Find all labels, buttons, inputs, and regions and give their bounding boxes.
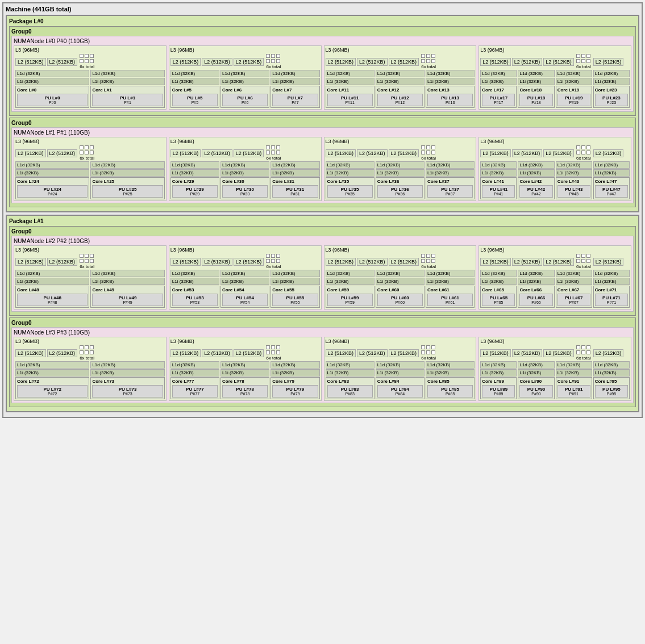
machine-title: Machine (441GB total) — [6, 6, 639, 12]
group-0-0: Group0 NUMANode L#0 P#0 (110GB) L3 (96MB… — [9, 26, 636, 116]
numa-0-1-title: NUMANode L#1 P#1 (110GB) — [14, 129, 631, 136]
core-5: Core L#5 PU L#5P#5 — [170, 86, 219, 108]
l3-seg-2: L3 (96MB) L2 (512KB) L2 (512KB) L2 (512K… — [324, 45, 477, 110]
core-18: Core L#18 PU L#18P#18 — [518, 86, 554, 108]
numa-0-0: NUMANode L#0 P#0 (110GB) L3 (96MB) L2 (5… — [11, 36, 634, 112]
group-1-1: Group0 NUMANode L#3 P#3 (110GB) L3 (96MB… — [9, 317, 636, 407]
core-23: Core L#23 PU L#23P#23 — [593, 86, 630, 108]
core-11: Core L#11 PU L#11P#11 — [326, 86, 374, 108]
l2-box-1: L2 (512KB) — [47, 58, 78, 66]
core-13: Core L#13 PU L#13P#13 — [426, 86, 475, 108]
group-0-0-title: Group0 — [11, 28, 634, 35]
l3-seg-3: L3 (96MB) L2 (512KB) L2 (512KB) L2 (512K… — [478, 45, 631, 110]
core-19: Core L#19 PU L#19P#19 — [556, 86, 592, 108]
group-1-0: Group0 NUMANode L#2 P#2 (110GB) L3 (96MB… — [9, 226, 636, 316]
core-12: Core L#12 PU L#12P#12 — [376, 86, 425, 108]
package-1-title: Package L#1 — [9, 218, 636, 224]
numa-0-0-title: NUMANode L#0 P#0 (110GB) — [14, 38, 631, 44]
package-0-title: Package L#0 — [9, 18, 636, 24]
l2-row-0: L2 (512KB) L2 (512KB) 6x total — [15, 54, 165, 69]
l3-label-1: L3 (96MB) — [170, 47, 320, 53]
core-1: Core L#1 PU L#1P#1 — [90, 86, 164, 108]
package-1: Package L#1 Group0 NUMANode L#2 P#2 (110… — [6, 215, 639, 412]
core-7: Core L#7 PU L#7P#7 — [271, 86, 319, 108]
l2-box-0: L2 (512KB) — [15, 58, 46, 66]
group-0-1: Group0 NUMANode L#1 P#1 (110GB) L3 (96MB… — [9, 118, 636, 207]
numa-1-0: NUMANode L#2 P#2 (110GB) L3 (96MB) L2 (5… — [11, 236, 634, 312]
group-0-1-title: Group0 — [11, 120, 634, 126]
l3-label-0: L3 (96MB) — [15, 47, 165, 53]
machine-box: Machine (441GB total) Package L#0 Group0… — [2, 2, 643, 418]
l3-seg-0: L3 (96MB) L2 (512KB) L2 (512KB) 6x total… — [14, 45, 167, 110]
numa-1-1: NUMANode L#3 P#3 (110GB) L3 (96MB) L2 (5… — [11, 327, 634, 403]
numa-0-1: NUMANode L#1 P#1 (110GB) L3 (96MB) L2 (5… — [11, 127, 634, 203]
core-6: Core L#6 PU L#6P#6 — [220, 86, 269, 108]
l3-seg-1: L3 (96MB) L2 (512KB) L2 (512KB) L2 (512K… — [169, 45, 322, 110]
core-17: Core L#17 PU L#17P#17 — [480, 86, 517, 108]
core-0: Core L#0 PU L#0P#0 — [15, 86, 89, 108]
l2-total-0: 6x total — [80, 54, 94, 69]
package-0: Package L#0 Group0 NUMANode L#0 P#0 (110… — [6, 15, 639, 212]
